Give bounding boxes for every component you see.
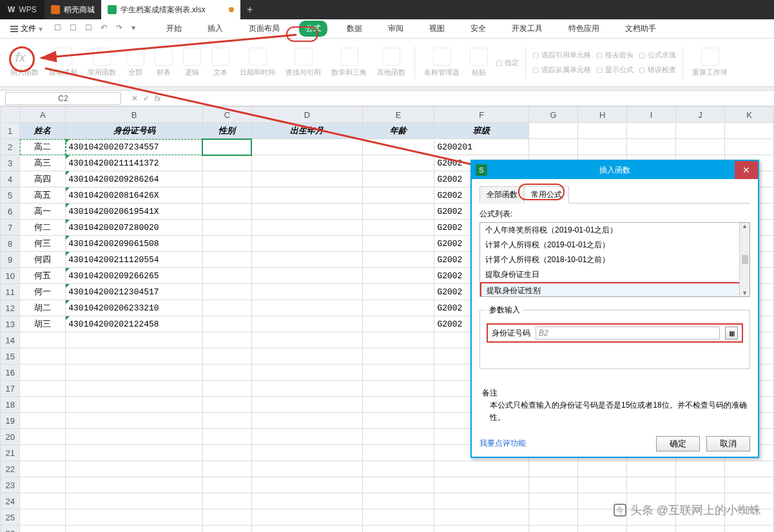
- row-header[interactable]: 12: [1, 300, 20, 316]
- row-header[interactable]: 21: [1, 445, 20, 461]
- error-check-button[interactable]: ▢ 错误检查: [636, 64, 679, 76]
- cell[interactable]: [202, 187, 251, 204]
- cell[interactable]: [20, 461, 66, 477]
- row-header[interactable]: 19: [1, 413, 20, 429]
- cell[interactable]: [66, 461, 203, 477]
- tab-pagelayout[interactable]: 页面布局: [242, 21, 286, 37]
- cell-id[interactable]: 430104200202122458: [66, 316, 203, 332]
- list-scrollbar[interactable]: ▲▼: [739, 223, 750, 296]
- qat-redo-icon[interactable]: ↷: [116, 23, 128, 35]
- cell[interactable]: [676, 526, 725, 533]
- cell[interactable]: [578, 139, 627, 155]
- param-input[interactable]: B2: [536, 327, 720, 339]
- qat-print-icon[interactable]: ☐: [70, 23, 81, 35]
- tab-dochelper[interactable]: 文档助手: [619, 21, 663, 37]
- cell[interactable]: [627, 526, 676, 533]
- cell[interactable]: [434, 477, 529, 493]
- cell[interactable]: [66, 526, 203, 533]
- cell-id[interactable]: 430104200209061508: [66, 236, 203, 252]
- header-cell[interactable]: 身份证号码: [66, 123, 203, 139]
- cell[interactable]: [362, 365, 434, 381]
- name-manager-button[interactable]: 名称管理器: [419, 45, 465, 80]
- cell[interactable]: [362, 171, 434, 187]
- cell[interactable]: [251, 509, 362, 526]
- cell[interactable]: [434, 461, 529, 477]
- cell[interactable]: [66, 429, 203, 445]
- cell-name[interactable]: 何二: [20, 220, 66, 236]
- cell[interactable]: [362, 139, 434, 155]
- cell[interactable]: [202, 365, 251, 381]
- header-cell[interactable]: 姓名: [20, 123, 66, 139]
- col-header[interactable]: K: [724, 107, 773, 123]
- cell-name[interactable]: 高三: [20, 155, 66, 171]
- tab-view[interactable]: 视图: [423, 21, 451, 37]
- cell[interactable]: [362, 526, 434, 533]
- cell[interactable]: [362, 461, 434, 477]
- cell[interactable]: [251, 493, 362, 509]
- col-header[interactable]: F: [434, 107, 529, 123]
- row-header[interactable]: 20: [1, 429, 20, 445]
- cell[interactable]: [66, 413, 203, 429]
- cell[interactable]: [529, 477, 578, 493]
- other-fn-button[interactable]: 其他函数: [372, 45, 411, 80]
- cell[interactable]: [578, 526, 627, 533]
- tab-data[interactable]: 数据: [340, 21, 369, 37]
- cell-name[interactable]: 何四: [20, 252, 66, 268]
- row-header[interactable]: 7: [1, 220, 20, 236]
- cell[interactable]: [66, 332, 203, 348]
- cell[interactable]: [362, 268, 434, 284]
- new-tab-button[interactable]: +: [240, 0, 260, 19]
- cell[interactable]: [362, 397, 434, 413]
- row-header[interactable]: 15: [1, 348, 20, 365]
- cell[interactable]: [20, 429, 66, 445]
- cell[interactable]: [202, 445, 251, 461]
- cell[interactable]: [202, 252, 251, 268]
- header-cell[interactable]: 出生年月: [251, 123, 362, 139]
- row-header[interactable]: 13: [1, 316, 20, 332]
- col-header[interactable]: D: [251, 107, 362, 123]
- cell[interactable]: [202, 300, 251, 316]
- cell[interactable]: [20, 509, 66, 526]
- row-header[interactable]: 14: [1, 332, 20, 348]
- tab-store[interactable]: 稻壳商城: [44, 0, 101, 19]
- cell[interactable]: [20, 477, 66, 493]
- cell[interactable]: [202, 204, 251, 220]
- row-header[interactable]: 18: [1, 397, 20, 413]
- remove-arrows-button[interactable]: ▢ 移去箭头: [594, 49, 636, 61]
- list-item-selected[interactable]: 提取身份证性别: [480, 282, 750, 297]
- cell[interactable]: [251, 139, 362, 155]
- cell[interactable]: [20, 365, 66, 381]
- cell[interactable]: [202, 461, 251, 477]
- cell[interactable]: [251, 381, 362, 397]
- col-header[interactable]: H: [578, 107, 627, 123]
- header-cell[interactable]: 年龄: [362, 123, 434, 139]
- cell[interactable]: [202, 526, 251, 533]
- cell-id[interactable]: 430104200207280020: [66, 220, 203, 236]
- cell[interactable]: [627, 461, 676, 477]
- row-header[interactable]: 10: [1, 268, 20, 284]
- cell[interactable]: [362, 493, 434, 509]
- cell[interactable]: [251, 171, 362, 187]
- cell[interactable]: [362, 300, 434, 316]
- col-header[interactable]: B: [66, 107, 203, 123]
- cell[interactable]: [434, 493, 529, 509]
- row-header[interactable]: 3: [1, 155, 20, 171]
- cell[interactable]: [202, 381, 251, 397]
- cell[interactable]: [202, 397, 251, 413]
- cell[interactable]: [627, 139, 676, 155]
- cell[interactable]: [529, 461, 578, 477]
- cell-name[interactable]: 胡三: [20, 316, 66, 332]
- tab-insert[interactable]: 插入: [201, 21, 229, 37]
- dialog-tab-common[interactable]: 常用公式: [524, 186, 569, 204]
- trace-precedents-button[interactable]: ▢ 追踪引用单元格: [530, 49, 594, 61]
- cell[interactable]: [362, 381, 434, 397]
- cell[interactable]: [66, 477, 203, 493]
- cell[interactable]: [362, 332, 434, 348]
- dialog-tab-all[interactable]: 全部函数: [479, 186, 525, 204]
- file-menu[interactable]: 文件▾: [6, 21, 46, 36]
- row-header[interactable]: 1: [1, 123, 20, 139]
- cell[interactable]: [66, 445, 203, 461]
- text-button[interactable]: 文本: [206, 45, 235, 80]
- cell[interactable]: [529, 526, 578, 533]
- recalc-button[interactable]: 重算工作簿: [687, 45, 733, 80]
